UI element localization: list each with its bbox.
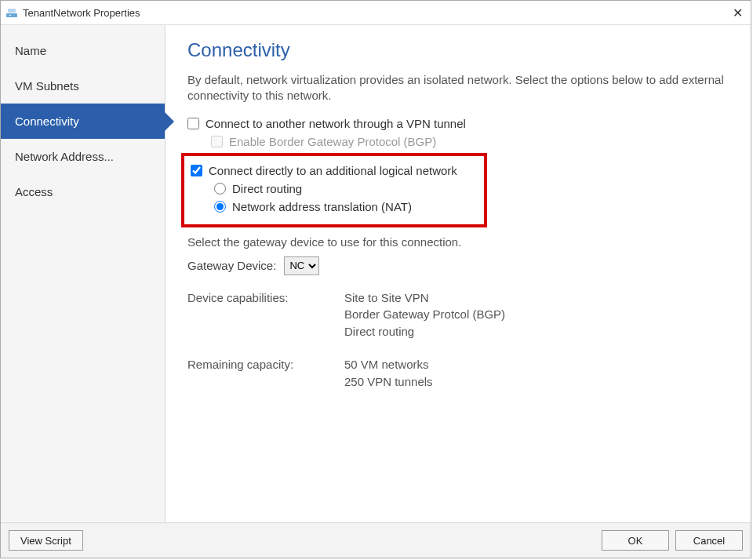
ok-button[interactable]: OK (602, 530, 669, 551)
sidebar-item-label: VM Subnets (15, 79, 79, 93)
title-bar: TenantNetwork Properties ✕ (1, 1, 751, 25)
remaining-capacity-label: Remaining capacity: (187, 356, 329, 391)
nat-label: Network address translation (NAT) (232, 200, 412, 213)
remaining-line: 250 VPN tunnels (344, 373, 732, 391)
device-capabilities-label: Device capabilities: (187, 289, 329, 340)
direct-routing-radio[interactable] (214, 183, 226, 195)
vpn-option-row: Connect to another network through a VPN… (187, 117, 732, 130)
page-description: By default, network virtualization provi… (187, 72, 732, 104)
vpn-checkbox[interactable] (187, 118, 199, 129)
nat-radio[interactable] (214, 201, 226, 213)
gateway-device-row: Gateway Device: NC (187, 256, 732, 275)
dialog-body: Name VM Subnets Connectivity Network Add… (1, 25, 751, 522)
capability-line: Border Gateway Protcol (BGP) (344, 306, 732, 323)
remaining-line: 50 VM networks (344, 356, 732, 373)
sidebar-item-label: Access (15, 185, 53, 198)
sidebar-item-label: Name (15, 44, 46, 57)
remaining-capacity-values: 50 VM networks 250 VPN tunnels (344, 356, 732, 391)
bgp-option-row: Enable Border Gateway Protocol (BGP) (211, 135, 732, 148)
sidebar-item-name[interactable]: Name (1, 33, 165, 68)
device-capabilities-values: Site to Site VPN Border Gateway Protcol … (344, 289, 732, 340)
capability-line: Site to Site VPN (344, 289, 732, 307)
dialog-window: TenantNetwork Properties ✕ Name VM Subne… (0, 0, 751, 558)
sidebar-item-label: Network Address... (15, 150, 114, 163)
bgp-label: Enable Border Gateway Protocol (BGP) (229, 135, 436, 148)
dialog-footer: View Script OK Cancel (1, 522, 751, 558)
gateway-device-label: Gateway Device: (187, 259, 276, 272)
window-title: TenantNetwork Properties (23, 7, 729, 19)
sidebar-item-vm-subnets[interactable]: VM Subnets (1, 68, 165, 104)
sidebar-item-access[interactable]: Access (1, 174, 165, 209)
nat-row: Network address translation (NAT) (214, 200, 478, 213)
bgp-checkbox (211, 136, 223, 147)
vpn-label: Connect to another network through a VPN… (206, 117, 466, 130)
svg-rect-2 (9, 15, 11, 16)
direct-routing-label: Direct routing (232, 182, 302, 195)
sidebar-item-connectivity[interactable]: Connectivity (1, 104, 165, 139)
direct-connect-label: Connect directly to an additional logica… (209, 164, 457, 177)
sidebar-item-network-address[interactable]: Network Address... (1, 139, 165, 174)
capabilities-table: Device capabilities: Site to Site VPN Bo… (187, 289, 732, 391)
content-pane: Connectivity By default, network virtual… (166, 25, 751, 522)
gateway-help-text: Select the gateway device to use for thi… (187, 235, 732, 249)
sidebar: Name VM Subnets Connectivity Network Add… (1, 25, 166, 522)
page-heading: Connectivity (187, 39, 732, 61)
cancel-button[interactable]: Cancel (675, 530, 743, 551)
gateway-device-select[interactable]: NC (284, 256, 319, 275)
direct-connect-checkbox[interactable] (191, 165, 202, 176)
capability-line: Direct routing (344, 323, 732, 340)
highlight-annotation: Connect directly to an additional logica… (181, 153, 487, 227)
sidebar-item-label: Connectivity (15, 115, 79, 128)
app-icon (5, 6, 18, 19)
direct-routing-row: Direct routing (214, 182, 478, 195)
svg-rect-0 (6, 13, 17, 17)
direct-connect-row: Connect directly to an additional logica… (191, 164, 478, 177)
view-script-button[interactable]: View Script (9, 530, 83, 551)
close-icon[interactable]: ✕ (729, 5, 746, 20)
svg-rect-1 (8, 9, 16, 13)
